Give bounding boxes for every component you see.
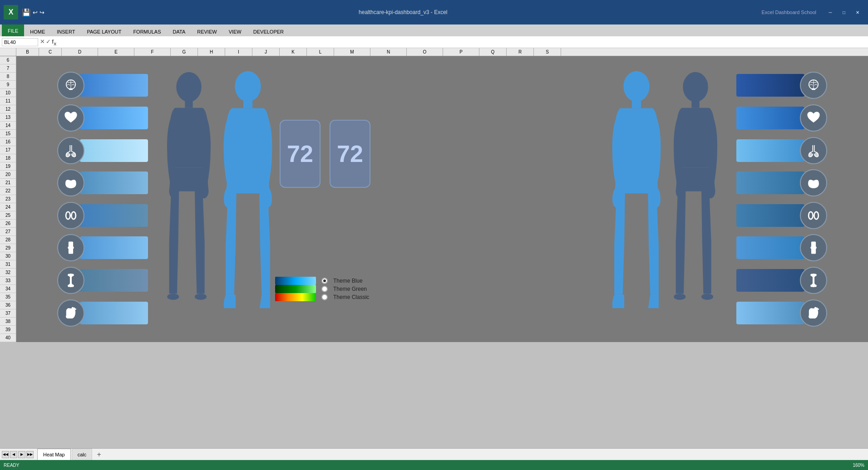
- bone-icon-circle: [57, 267, 84, 294]
- row-12: 12: [0, 105, 16, 113]
- stomach-icon: [63, 175, 79, 191]
- theme-label-blue: Theme Blue: [333, 278, 363, 284]
- row-27: 27: [0, 228, 16, 236]
- tab-view[interactable]: VIEW: [223, 26, 247, 36]
- status-bar: READY 160%: [0, 460, 868, 470]
- col-header-i[interactable]: I: [225, 48, 252, 56]
- formula-icons: ✕ ✓ fx: [40, 38, 56, 46]
- kidneys-icon: [63, 208, 79, 223]
- tab-file[interactable]: FILE: [2, 24, 24, 36]
- dashboard: 72 72 Theme Blue Theme Green: [21, 61, 863, 338]
- svg-point-17: [68, 284, 70, 287]
- svg-rect-31: [632, 100, 641, 108]
- bone-icon: [63, 273, 79, 288]
- save-icon[interactable]: 💾: [22, 8, 31, 17]
- col-header-j[interactable]: J: [252, 48, 280, 56]
- theme-radio-green[interactable]: [321, 286, 328, 292]
- add-sheet-button[interactable]: +: [93, 449, 105, 460]
- organ-row-bone: [57, 265, 148, 296]
- organ-row-lungs: [57, 135, 148, 166]
- col-header-e[interactable]: E: [98, 48, 134, 56]
- col-header-p[interactable]: P: [443, 48, 479, 56]
- sheet-tab-heatmap[interactable]: Heat Map: [37, 449, 71, 460]
- heart-icon: [63, 110, 79, 126]
- row-9: 9: [0, 81, 16, 89]
- name-box[interactable]: [2, 38, 38, 46]
- sheet-nav-next[interactable]: ▶: [18, 451, 25, 458]
- col-header-n[interactable]: N: [370, 48, 407, 56]
- col-header-m[interactable]: M: [334, 48, 370, 56]
- theme-radio-blue[interactable]: [321, 278, 328, 284]
- row-38: 38: [0, 318, 16, 326]
- svg-point-4: [72, 152, 76, 157]
- tab-formulas[interactable]: FORMULAS: [127, 26, 167, 36]
- row-30: 30: [0, 252, 16, 260]
- col-header-l[interactable]: L: [307, 48, 334, 56]
- bone-bar-left: [80, 269, 148, 292]
- sheet-tab-calc[interactable]: calc: [72, 449, 93, 460]
- minimize-button[interactable]: ─: [824, 7, 837, 17]
- kpi-value-left: 72: [287, 140, 313, 167]
- tab-page-layout[interactable]: PAGE LAYOUT: [81, 26, 127, 36]
- confirm-formula-icon[interactable]: ✓: [46, 38, 51, 46]
- undo-icon[interactable]: ↩: [33, 9, 38, 16]
- organ-row-kidneys-right: [736, 200, 827, 231]
- col-header-k[interactable]: K: [280, 48, 307, 56]
- tab-insert[interactable]: INSERT: [51, 26, 81, 36]
- window-controls[interactable]: ─ □ ✕: [824, 7, 864, 17]
- organ-row-foot: [57, 297, 148, 328]
- svg-rect-49: [811, 249, 816, 254]
- svg-point-28: [235, 71, 261, 102]
- sheet-nav[interactable]: ◀◀ ◀ ▶ ▶▶: [2, 449, 34, 460]
- cancel-formula-icon[interactable]: ✕: [40, 38, 45, 46]
- col-header-c[interactable]: C: [39, 48, 62, 56]
- col-header-h[interactable]: H: [198, 48, 225, 56]
- brain-icon: [63, 78, 79, 93]
- redo-icon[interactable]: ↪: [39, 9, 44, 16]
- tab-developer[interactable]: DEVELOPER: [247, 26, 290, 36]
- foot-icon-circle: [57, 299, 84, 327]
- svg-rect-33: [691, 100, 699, 108]
- right-gray-silhouette-container: [666, 65, 725, 333]
- joint-icon: [63, 240, 79, 255]
- row-21: 21: [0, 179, 16, 187]
- restore-button[interactable]: □: [837, 7, 851, 17]
- theme-gradient-green: [275, 285, 316, 293]
- sheet-nav-prev[interactable]: ◀: [10, 451, 17, 458]
- sheet-nav-first[interactable]: ◀◀: [2, 451, 9, 458]
- ribbon-tabs: FILE HOME INSERT PAGE LAYOUT FORMULAS DA…: [0, 24, 868, 36]
- formula-input[interactable]: [58, 39, 866, 46]
- svg-point-32: [683, 72, 708, 102]
- foot-icon: [63, 305, 79, 321]
- row-32: 32: [0, 269, 16, 277]
- col-header-b[interactable]: B: [16, 48, 39, 56]
- col-header-r[interactable]: R: [507, 48, 534, 56]
- tab-data[interactable]: DATA: [167, 26, 192, 36]
- col-header-f[interactable]: F: [134, 48, 171, 56]
- row-40: 40: [0, 334, 16, 342]
- sheet-nav-last[interactable]: ▶▶: [26, 451, 34, 458]
- svg-point-22: [176, 72, 202, 102]
- col-header-d[interactable]: D: [62, 48, 98, 56]
- col-header-s[interactable]: S: [534, 48, 561, 56]
- close-button[interactable]: ✕: [851, 7, 864, 17]
- svg-point-41: [809, 152, 812, 157]
- lungs-bar-right: [736, 139, 804, 162]
- tab-home[interactable]: HOME: [24, 26, 51, 36]
- kidneys-bar-right: [736, 204, 804, 227]
- theme-radio-classic[interactable]: [321, 294, 328, 300]
- window-title: healthcare-kpi-dashboard_v3 - Excel: [359, 9, 447, 15]
- row-11: 11: [0, 97, 16, 105]
- row-23: 23: [0, 195, 16, 203]
- kidneys-icon-right: [806, 208, 821, 223]
- col-header-o[interactable]: O: [407, 48, 443, 56]
- svg-point-21: [75, 308, 76, 309]
- svg-point-55: [810, 284, 813, 287]
- tab-review[interactable]: REVIEW: [191, 26, 222, 36]
- insert-function-icon[interactable]: fx: [52, 38, 56, 46]
- col-header-q[interactable]: Q: [479, 48, 507, 56]
- col-header-g[interactable]: G: [171, 48, 198, 56]
- quick-access-toolbar[interactable]: 💾 ↩ ↪: [22, 8, 44, 17]
- svg-rect-29: [243, 100, 252, 108]
- svg-rect-2: [69, 88, 73, 90]
